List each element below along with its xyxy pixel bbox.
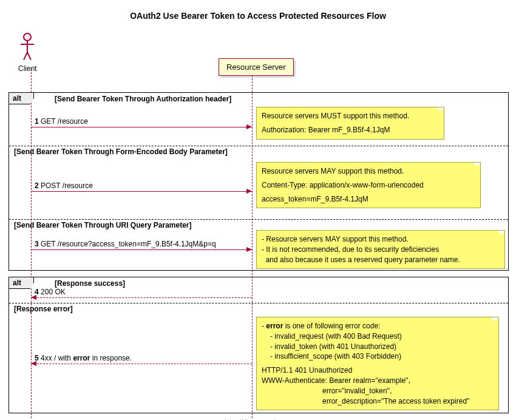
client-label: Client [18,64,37,73]
note-uri-query: - Resource servers MAY support this meth… [256,230,505,269]
alt1-sep1 [9,146,508,146]
client-actor: Client [18,33,37,73]
note-form-body: Resource servers MAY support this method… [256,162,481,208]
actor-icon [18,33,36,62]
diagram-title: OAuth2 Use Bearer Token to Access Protec… [6,11,510,21]
alt2-sep [9,303,508,303]
alt-label: alt [8,92,34,104]
resource-server-participant: Resource Server [219,58,294,76]
alt1-guard2: [Send Bearer Token Through Form-Encoded … [14,147,228,156]
msg-1-get-resource: 1 GET /resource [31,127,252,127]
alt2-guard2: [Response error] [14,305,73,313]
msg-5-4xx-error: 5 4xx / with error in response. [31,364,252,364]
alt1-sep2 [9,219,508,220]
alt1-guard1: [Send Bearer Token Through Authorization… [55,95,231,103]
sequence-diagram: Client Resource Server alt [Send Bearer … [6,33,510,420]
msg-2-post-resource: 2 POST /resource [31,191,252,192]
note-error-response: - error is one of following error code: … [256,317,499,410]
msg-4-200-ok: 4 200 OK [31,297,252,298]
note-auth-header: Resource servers MUST support this metho… [256,107,444,140]
alt2-label: alt [8,277,34,289]
alt2-guard1: [Response success] [55,279,125,288]
alt1-guard3: [Send Bearer Token Through URI Query Par… [14,221,192,229]
msg-3-get-query: 3 GET /resource?access_token=mF_9.B5f-4.… [31,249,252,250]
